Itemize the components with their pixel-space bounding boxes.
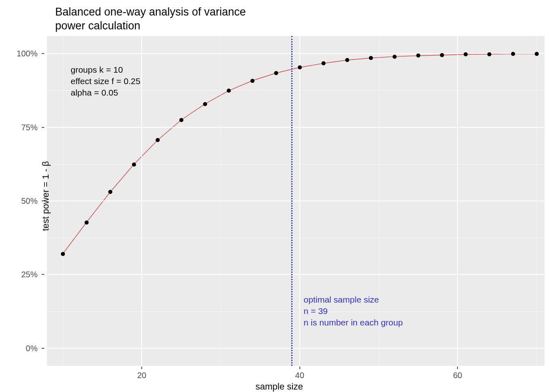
y-tick	[42, 274, 44, 275]
annotation-params: groups k = 10 effect size f = 0.25 alpha…	[71, 64, 141, 98]
data-point	[250, 79, 254, 83]
annotation-optimal: optimal sample size n = 39 n is number i…	[304, 294, 403, 328]
chart-figure: Balanced one-way analysis of variance po…	[0, 0, 549, 392]
data-point	[393, 55, 397, 59]
grid-v-minor	[63, 36, 63, 366]
vline-optimal-n	[291, 36, 292, 366]
x-tick-label: 60	[453, 371, 462, 380]
y-tick	[42, 348, 44, 349]
grid-h-major	[47, 348, 545, 349]
y-tick-label: 100%	[17, 49, 38, 58]
grid-v-minor	[221, 36, 221, 366]
data-point	[440, 53, 444, 57]
plot-panel: groups k = 10 effect size f = 0.25 alpha…	[47, 36, 545, 366]
grid-v-major	[457, 36, 458, 366]
data-point	[487, 52, 491, 56]
x-axis-title: sample size	[256, 381, 303, 392]
data-point	[274, 71, 278, 75]
data-point	[85, 220, 89, 225]
data-point	[345, 58, 349, 62]
data-point	[108, 190, 112, 194]
x-tick-label: 20	[137, 371, 146, 380]
data-point	[369, 56, 373, 60]
y-tick-label: 0%	[26, 343, 38, 353]
y-tick	[42, 200, 44, 201]
grid-h-major	[47, 200, 545, 201]
grid-h-minor	[47, 164, 545, 165]
x-tick	[141, 367, 142, 369]
y-tick-label: 75%	[21, 122, 38, 132]
grid-v-major	[141, 36, 142, 366]
data-point	[298, 65, 302, 69]
grid-h-major	[47, 53, 545, 54]
data-point	[321, 61, 326, 65]
grid-h-minor	[47, 238, 545, 238]
x-tick-label: 40	[295, 371, 304, 380]
grid-h-major	[47, 127, 545, 128]
y-tick	[42, 53, 44, 54]
y-tick	[42, 127, 44, 128]
data-point	[203, 102, 207, 106]
grid-h-minor	[47, 312, 545, 312]
y-tick-label: 50%	[21, 196, 38, 206]
data-point	[61, 252, 65, 256]
x-tick	[299, 367, 300, 369]
data-point	[132, 163, 136, 167]
y-axis-title: test power = 1 - β	[40, 161, 51, 231]
data-point	[227, 89, 231, 93]
data-point	[464, 52, 468, 56]
grid-h-major	[47, 274, 545, 275]
data-point	[511, 52, 515, 56]
grid-v-major	[299, 36, 300, 366]
y-tick-label: 25%	[21, 270, 38, 279]
data-point	[179, 118, 183, 122]
grid-v-minor	[537, 36, 537, 366]
chart-title: Balanced one-way analysis of variance po…	[55, 5, 246, 33]
data-point	[535, 52, 539, 56]
data-point	[416, 53, 420, 58]
x-tick	[457, 367, 458, 369]
data-point	[156, 138, 160, 142]
